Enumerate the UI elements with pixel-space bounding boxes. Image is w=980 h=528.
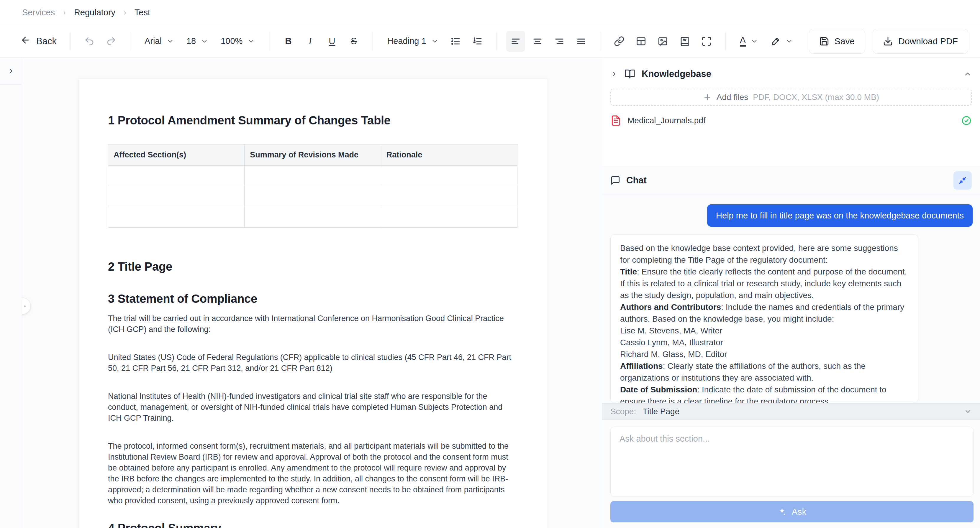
font-family-select[interactable]: Arial bbox=[140, 31, 179, 52]
table-cell[interactable] bbox=[381, 166, 517, 186]
align-left-icon bbox=[511, 36, 521, 47]
file-name: Medical_Journals.pdf bbox=[627, 116, 706, 125]
doc-heading-statement[interactable]: 3 Statement of Compliance bbox=[108, 292, 517, 305]
italic-icon: I bbox=[309, 36, 312, 47]
strikethrough-icon: S bbox=[351, 36, 357, 47]
table-header-affected-sections[interactable]: Affected Section(s) bbox=[108, 144, 245, 166]
chevron-down-icon bbox=[200, 37, 208, 45]
knowledgebase-file-row[interactable]: Medical_Journals.pdf bbox=[610, 114, 972, 128]
ask-button[interactable]: Ask bbox=[610, 501, 974, 522]
bullet-list-button[interactable] bbox=[446, 31, 465, 52]
insert-link-button[interactable] bbox=[610, 31, 628, 52]
chat-minimize-button[interactable] bbox=[953, 171, 972, 190]
table-cell[interactable] bbox=[108, 207, 245, 228]
ask-label: Ask bbox=[791, 507, 806, 517]
breadcrumb-separator-icon: › bbox=[63, 8, 66, 17]
heading-style-select[interactable]: Heading 1 bbox=[382, 31, 443, 52]
toolbar-divider bbox=[600, 32, 600, 51]
editor-toolbar: Back Arial 18 100% B I U S Heading 1 bbox=[0, 25, 980, 57]
image-icon bbox=[657, 36, 668, 47]
font-size-select[interactable]: 18 bbox=[182, 31, 213, 52]
highlighter-icon bbox=[770, 36, 781, 46]
doc-paragraph[interactable]: United States (US) Code of Federal Regul… bbox=[108, 352, 517, 374]
doc-heading-changes-table[interactable]: 1 Protocol Amendment Summary of Changes … bbox=[108, 114, 517, 127]
strikethrough-button[interactable]: S bbox=[344, 31, 363, 52]
expand-sidebar-button[interactable] bbox=[7, 67, 15, 75]
add-files-dropzone[interactable]: Add files PDF, DOCX, XLSX (max 30.0 MB) bbox=[610, 89, 972, 106]
file-uploaded-check-icon bbox=[961, 115, 972, 126]
align-justify-button[interactable] bbox=[572, 31, 590, 52]
table-row bbox=[108, 166, 517, 186]
redo-button[interactable] bbox=[102, 31, 121, 52]
save-button[interactable]: Save bbox=[809, 29, 865, 54]
chat-question-input[interactable] bbox=[610, 427, 974, 497]
numbered-list-button[interactable] bbox=[468, 31, 487, 52]
align-center-button[interactable] bbox=[528, 31, 547, 52]
table-cell[interactable] bbox=[245, 207, 381, 228]
italic-button[interactable]: I bbox=[301, 31, 320, 52]
highlight-color-select[interactable] bbox=[766, 31, 798, 52]
doc-heading-protocol-summary[interactable]: 4 Protocol Summary bbox=[108, 522, 517, 528]
bold-button[interactable]: B bbox=[279, 31, 298, 52]
insert-table-button[interactable] bbox=[632, 31, 651, 52]
table-cell[interactable] bbox=[108, 186, 245, 207]
chevron-right-icon bbox=[7, 67, 15, 75]
align-right-button[interactable] bbox=[550, 31, 569, 52]
font-family-value: Arial bbox=[145, 36, 162, 46]
doc-heading-title-page[interactable]: 2 Title Page bbox=[108, 260, 517, 273]
breadcrumb-regulatory[interactable]: Regulatory bbox=[74, 8, 115, 17]
zoom-select[interactable]: 100% bbox=[216, 31, 259, 52]
underline-button[interactable]: U bbox=[323, 31, 341, 52]
back-label: Back bbox=[36, 36, 57, 47]
chevron-down-icon bbox=[166, 37, 174, 45]
chevron-down-icon bbox=[964, 408, 972, 415]
undo-button[interactable] bbox=[80, 31, 99, 52]
table-header-summary-revisions[interactable]: Summary of Revisions Made bbox=[245, 144, 381, 166]
toolbar-divider bbox=[372, 32, 373, 51]
breadcrumb-services[interactable]: Services bbox=[22, 8, 55, 17]
scope-selector[interactable]: Scope: Title Page bbox=[602, 403, 980, 420]
table-header-rationale[interactable]: Rationale bbox=[381, 144, 517, 166]
doc-paragraph[interactable]: The trial will be carried out in accorda… bbox=[108, 313, 517, 335]
toolbar-divider bbox=[496, 32, 497, 51]
download-pdf-label: Download PDF bbox=[898, 36, 958, 46]
breadcrumb-bar: Services › Regulatory › Test bbox=[0, 0, 980, 25]
breadcrumb-separator-icon: › bbox=[124, 8, 126, 17]
citation-book-button[interactable] bbox=[675, 31, 694, 52]
table-cell[interactable] bbox=[245, 166, 381, 186]
knowledgebase-collapse-button[interactable] bbox=[964, 70, 972, 78]
table-cell[interactable] bbox=[381, 186, 517, 207]
redo-icon bbox=[106, 36, 116, 47]
align-right-icon bbox=[554, 36, 565, 47]
align-left-button[interactable] bbox=[506, 31, 525, 52]
table-row bbox=[108, 186, 517, 207]
sidebar-rail-header bbox=[0, 57, 22, 85]
insert-image-button[interactable] bbox=[654, 31, 672, 52]
download-pdf-button[interactable]: Download PDF bbox=[873, 29, 968, 54]
add-files-hint: PDF, DOCX, XLSX (max 30.0 MB) bbox=[753, 93, 879, 102]
scope-value: Title Page bbox=[643, 407, 679, 416]
back-button[interactable]: Back bbox=[16, 31, 61, 52]
chat-title: Chat bbox=[626, 175, 647, 186]
breadcrumb-test: Test bbox=[135, 8, 150, 17]
doc-paragraph[interactable]: The protocol, informed consent form(s), … bbox=[108, 441, 517, 506]
table-cell[interactable] bbox=[108, 166, 245, 186]
link-icon bbox=[614, 36, 625, 47]
text-color-select[interactable]: A bbox=[735, 31, 763, 52]
knowledgebase-expand-button[interactable] bbox=[610, 70, 618, 78]
table-cell[interactable] bbox=[381, 207, 517, 228]
chat-bubble-icon bbox=[610, 175, 620, 186]
book-icon bbox=[679, 36, 690, 47]
edge-handle-button[interactable] bbox=[22, 298, 31, 314]
document-page[interactable]: 1 Protocol Amendment Summary of Changes … bbox=[78, 79, 547, 528]
app-window: Services › Regulatory › Test Back Arial bbox=[0, 0, 980, 528]
doc-paragraph[interactable]: National Institutes of Health (NIH)-fund… bbox=[108, 391, 517, 423]
fullscreen-icon bbox=[701, 36, 712, 47]
scope-label: Scope: bbox=[610, 407, 636, 416]
table-cell[interactable] bbox=[245, 186, 381, 207]
document-editor-area: 1 Protocol Amendment Summary of Changes … bbox=[22, 57, 602, 528]
pdf-file-icon bbox=[610, 115, 622, 126]
download-icon bbox=[883, 36, 893, 46]
text-color-icon: A bbox=[740, 36, 746, 47]
fullscreen-button[interactable] bbox=[697, 31, 716, 52]
